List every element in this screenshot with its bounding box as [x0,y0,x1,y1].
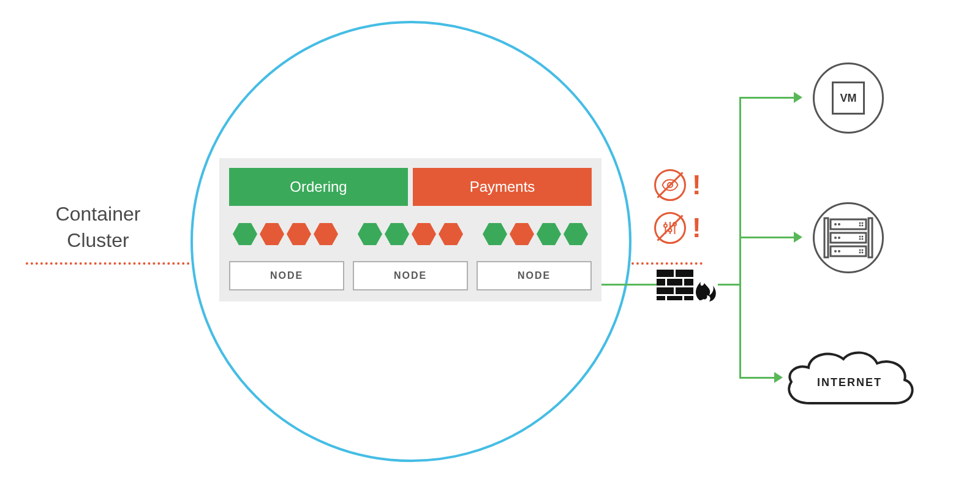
svg-rect-21 [657,294,693,296]
server-rack-icon [822,216,875,260]
svg-marker-8 [412,223,436,245]
pod-hex-green [483,223,507,245]
pod-hex-orange [439,223,463,245]
pod-hex-orange [287,223,311,245]
cluster-label-line1: Container [18,201,178,227]
svg-marker-4 [287,223,311,245]
vm-icon: VM [832,82,865,115]
svg-marker-2 [233,223,257,245]
no-control-warning: ! [654,212,701,244]
svg-point-15 [664,224,667,227]
sliders-slash-icon [654,212,686,244]
service-ordering: Ordering [229,168,408,206]
svg-point-35 [859,222,861,224]
svg-point-38 [862,225,864,227]
svg-point-43 [859,238,861,240]
svg-point-34 [838,223,840,226]
diagram-canvas: Container Cluster Ordering Payments NODE… [0,0,980,489]
svg-point-46 [838,250,840,252]
cluster-panel: Ordering Payments NODENODENODE [219,158,601,301]
connector-branch [739,97,794,99]
node-box: NODE [477,261,592,290]
connector-branch [739,237,794,238]
pod-hex-green [537,223,561,245]
target-server [813,202,884,273]
svg-point-41 [859,236,861,238]
svg-marker-6 [358,223,382,245]
svg-point-44 [862,238,864,240]
cluster-label: Container Cluster [18,201,178,254]
target-vm: VM [813,63,884,134]
exclamation-icon: ! [692,172,701,199]
svg-rect-28 [824,218,828,257]
svg-rect-27 [682,295,684,300]
svg-rect-25 [674,287,676,294]
connector-line [718,284,741,286]
svg-marker-12 [537,223,561,245]
svg-point-45 [834,250,837,252]
svg-point-49 [859,252,861,254]
pod-hex-green [564,223,588,245]
svg-marker-3 [260,223,284,245]
svg-rect-29 [869,218,872,257]
svg-rect-24 [682,278,684,286]
svg-point-33 [834,223,837,226]
warning-stack: ! ! [654,169,701,244]
service-payments: Payments [413,168,592,206]
internet-label: INTERNET [779,342,920,415]
node-box: NODE [353,261,468,290]
pod-hex-green [233,223,257,245]
pod-hex-orange [510,223,534,245]
pod-hex-orange [314,223,338,245]
connector-line [601,284,657,286]
cluster-label-line2: Cluster [18,227,178,254]
svg-point-50 [862,252,864,254]
target-internet: INTERNET [779,342,920,415]
svg-point-37 [859,225,861,227]
svg-marker-5 [314,223,338,245]
svg-rect-22 [674,270,676,277]
svg-marker-13 [564,223,588,245]
svg-marker-10 [483,223,507,245]
pod-hex-green [358,223,382,245]
eye-slash-icon [654,169,686,201]
services-row: Ordering Payments [229,168,592,206]
pod-hex-green [385,223,409,245]
no-visibility-warning: ! [654,169,701,201]
svg-rect-23 [665,278,667,286]
svg-marker-9 [439,223,463,245]
pod-hex-orange [260,223,284,245]
svg-point-40 [838,237,840,239]
connector-branch [739,377,775,379]
svg-point-42 [862,236,864,238]
svg-point-39 [834,237,837,239]
svg-rect-26 [665,295,667,300]
svg-point-36 [862,222,864,224]
node-box: NODE [229,261,344,290]
svg-rect-19 [657,277,693,279]
pod-hex-orange [412,223,436,245]
nodes-row: NODENODENODE [229,261,592,290]
exclamation-icon: ! [692,214,701,241]
firewall-icon [657,265,718,303]
svg-marker-7 [385,223,409,245]
svg-point-48 [862,249,864,251]
svg-point-47 [859,249,861,251]
arrow-icon [794,92,802,103]
pods-hex-row [229,223,592,245]
arrow-icon [794,232,802,243]
vm-label: VM [840,92,857,105]
svg-marker-11 [510,223,534,245]
